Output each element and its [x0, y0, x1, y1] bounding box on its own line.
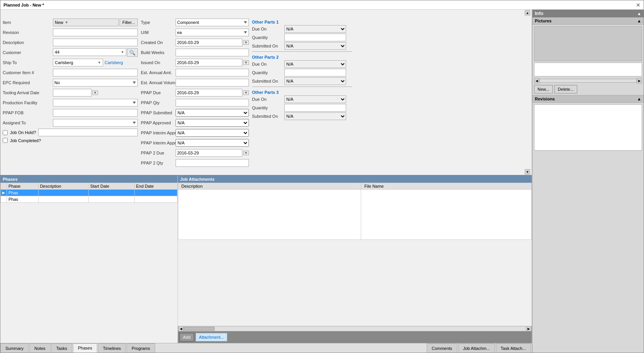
revision-label: Revision: [3, 30, 53, 35]
ppap2-due-input[interactable]: [176, 149, 242, 157]
tab-job-attachments[interactable]: Job Attachm...: [458, 343, 495, 353]
assigned-to-select[interactable]: [53, 119, 138, 127]
scrollbar-track: [184, 327, 526, 331]
form-col2: Type Component U/M ea: [141, 18, 249, 169]
ppap-interim-valid-row: PPAP Interim Approval Valid Until N/A: [141, 139, 249, 147]
type-select[interactable]: Component: [176, 19, 249, 26]
ppap-fob-control: [53, 109, 138, 117]
ppap-due-label: PPAP Due: [141, 90, 176, 95]
pictures-main-area: [534, 26, 642, 61]
pictures-scroll-left[interactable]: ◀: [534, 78, 539, 83]
ppap-due-dropdown[interactable]: ▼: [243, 90, 249, 95]
ship-to-link[interactable]: Carlsberg: [105, 60, 123, 65]
table-row[interactable]: Phas: [1, 196, 177, 203]
op3-submitted-on-control: N/A: [284, 112, 346, 120]
ppap-submitted-select[interactable]: N/A: [176, 109, 249, 117]
created-on-dropdown[interactable]: ▼: [243, 40, 249, 45]
revisions-collapse-icon[interactable]: ▲: [637, 97, 641, 101]
issued-on-dropdown[interactable]: ▼: [243, 60, 249, 65]
tab-notes[interactable]: Notes: [29, 343, 51, 353]
ppap2-due-dropdown[interactable]: ▼: [243, 151, 249, 155]
ppap-interim-valid-select[interactable]: N/A: [176, 139, 249, 147]
revisions-title: Revisions: [535, 97, 555, 101]
ppap-qty-row: PPAP Qty: [141, 98, 249, 107]
tab-timelines[interactable]: Timelines: [98, 343, 126, 353]
op2-quantity-input[interactable]: [284, 69, 346, 76]
filter-button[interactable]: Filter...: [120, 19, 138, 26]
scroll-left-arrow[interactable]: ◀: [178, 326, 184, 331]
tab-programs[interactable]: Programs: [127, 343, 155, 353]
op1-due-on-select[interactable]: N/A: [284, 25, 346, 33]
est-vol-input[interactable]: [176, 79, 249, 87]
production-select[interactable]: [53, 99, 138, 107]
ship-to-control: Carlsberg ▼ Carlsberg: [53, 59, 138, 66]
issued-on-label: Issued On: [141, 60, 176, 65]
ppap-qty-input[interactable]: [176, 99, 249, 107]
assigned-to-row: Assigned To: [3, 119, 138, 127]
pictures-collapse-icon[interactable]: ▲: [637, 19, 641, 23]
tooling-input[interactable]: [53, 89, 91, 97]
attachment-button[interactable]: Attachment...: [196, 333, 228, 341]
scroll-right-arrow[interactable]: ▶: [526, 326, 531, 331]
op3-submitted-on-select[interactable]: N/A: [284, 112, 346, 120]
issued-on-control: ▼: [176, 59, 249, 66]
tab-phases[interactable]: Phases: [73, 343, 97, 353]
phase-col-end-date: End Date: [134, 183, 177, 190]
tab-summary[interactable]: Summary: [0, 343, 29, 353]
op1-submitted-on-select[interactable]: N/A: [284, 42, 346, 50]
pictures-thumbnail: [534, 63, 642, 76]
job-hold-input[interactable]: [38, 129, 138, 136]
ppap-due-input[interactable]: [176, 89, 242, 97]
est-amt-input[interactable]: [176, 69, 249, 76]
ppap-interim-select[interactable]: N/A: [176, 129, 249, 137]
op2-submitted-on-select[interactable]: N/A: [284, 77, 346, 85]
info-collapse-icon[interactable]: ▲: [637, 11, 641, 16]
add-button[interactable]: Add: [179, 333, 194, 341]
item-row: Item New ▼ Filter...: [3, 18, 138, 27]
customer-search-button[interactable]: 🔍: [127, 48, 138, 57]
scrollbar-thumb[interactable]: [184, 327, 215, 331]
attachments-col-description: Description: [178, 183, 361, 190]
customer-item-input[interactable]: [53, 69, 138, 76]
created-on-input[interactable]: [176, 39, 242, 46]
job-completed-row: Job Completed?: [3, 138, 138, 143]
pictures-scroll-right[interactable]: ▶: [637, 78, 642, 83]
tab-task-attachments[interactable]: Task Attach...: [496, 343, 531, 353]
ppap-due-control: ▼: [176, 89, 249, 97]
scroll-up-arrow[interactable]: ▲: [525, 10, 530, 15]
tooling-dropdown[interactable]: ▼: [92, 90, 98, 95]
est-amt-row: Est. Annual Amt.: [141, 68, 249, 77]
other-parts-1-title: Other Parts 1: [252, 19, 352, 25]
close-button[interactable]: ✕: [636, 2, 641, 8]
description-row: Description: [3, 38, 138, 47]
op3-quantity-input[interactable]: [284, 104, 346, 112]
scroll-down-arrow[interactable]: ▼: [525, 169, 530, 175]
op2-due-on-select[interactable]: N/A: [284, 60, 346, 68]
issued-on-input[interactable]: [176, 59, 242, 66]
op3-due-on-select[interactable]: N/A: [284, 95, 346, 103]
job-completed-checkbox[interactable]: [3, 138, 8, 143]
tab-tasks[interactable]: Tasks: [51, 343, 72, 353]
ppap2-qty-input[interactable]: [176, 159, 249, 167]
um-select[interactable]: ea: [176, 29, 249, 36]
epc-row: EPC Required No Yes: [3, 78, 138, 87]
ppap-fob-input[interactable]: [53, 109, 138, 117]
revision-input[interactable]: [53, 29, 138, 36]
description-input[interactable]: [53, 39, 138, 46]
tab-comments[interactable]: Comments: [427, 343, 457, 353]
type-row: Type Component: [141, 18, 249, 27]
attachments-empty-cell2: [361, 190, 532, 240]
attachments-scrollbar[interactable]: ◀ ▶: [178, 326, 532, 331]
epc-select[interactable]: No Yes: [53, 79, 138, 87]
pictures-new-button[interactable]: New...: [534, 85, 553, 93]
ppap-fob-label: PPAP FOB: [3, 110, 53, 115]
ppap-approved-select[interactable]: N/A: [176, 119, 249, 127]
job-hold-checkbox[interactable]: [3, 130, 8, 135]
op1-quantity-input[interactable]: [284, 34, 346, 41]
table-row[interactable]: ▶ Phas: [1, 190, 177, 196]
build-weeks-input[interactable]: [176, 49, 249, 56]
main-window: Planned Job - New * ✕ ▲ Item Ne: [0, 0, 644, 353]
pictures-delete-button[interactable]: Delete...: [554, 85, 577, 93]
pictures-section-header[interactable]: Pictures ▲: [532, 17, 644, 25]
revisions-section-header[interactable]: Revisions ▲: [532, 95, 644, 103]
